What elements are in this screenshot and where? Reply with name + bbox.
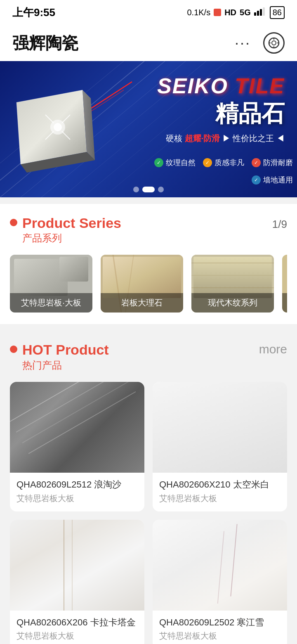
hot-product-title-cn: 热门产品: [22, 359, 109, 372]
feature-1: ✓ 纹理自然: [154, 158, 196, 168]
feature-3: ✓ 防滑耐磨: [252, 158, 293, 168]
banner-dots: [133, 187, 164, 192]
series-item-3[interactable]: 现代木纹系列: [191, 255, 274, 313]
svg-rect-2: [260, 9, 262, 16]
banner: SEIKO TILE 精品石 硬核 超耀·防滑 ▶ 性价比之王 ◀ ✓ 纹理自然…: [0, 61, 297, 197]
banner-title-en: SEIKO TILE: [157, 73, 285, 98]
product-series-4: 艾特思岩板大板: [159, 630, 280, 642]
hot-product-title-en: HOT Product: [22, 342, 109, 358]
product-image-3: [10, 520, 144, 611]
svg-rect-0: [254, 12, 256, 16]
hd-icon: HD: [224, 8, 236, 17]
banner-dot-1[interactable]: [133, 187, 139, 192]
product-card-4[interactable]: QHA802609L2502 寒江雪 艾特思岩板大板: [153, 520, 287, 644]
product-series-title-en: Product Series: [22, 215, 121, 231]
product-info-4: QHA802609L2502 寒江雪 艾特思岩板大板: [153, 611, 287, 644]
product-code-4: QHA802609L2502 寒江雪: [159, 616, 280, 629]
banner-dot-2[interactable]: [142, 187, 155, 192]
product-series-scroll[interactable]: 艾特思岩板·大板 岩板大理石: [10, 255, 287, 313]
product-image-1: [10, 382, 144, 473]
battery-icon: 86: [270, 6, 285, 19]
nav-actions: ···: [235, 32, 285, 54]
svg-rect-1: [257, 11, 259, 16]
hot-bullet-dot: [10, 346, 17, 353]
5g-icon: 5G: [240, 8, 251, 17]
series-label-2: 岩板大理石: [101, 293, 183, 313]
product-series-2: 艾特思岩板大板: [159, 493, 280, 504]
series-item-2[interactable]: 岩板大理石: [101, 255, 183, 313]
hot-product-section: HOT Product 热门产品 more QHA802609L2512 浪淘沙…: [0, 331, 297, 644]
product-code-3: QHA802606X206 卡拉卡塔金: [16, 616, 138, 629]
series-item-1[interactable]: 艾特思岩板·大板: [10, 255, 92, 313]
product-series-title-cn: 产品系列: [22, 232, 121, 245]
svg-point-24: [54, 123, 62, 131]
series-item-4[interactable]: 更多系列: [282, 255, 287, 313]
signal-icon: [254, 7, 266, 18]
product-series-title-block: Product Series 产品系列: [10, 215, 121, 245]
product-info-1: QHA802609L2512 浪淘沙 艾特思岩板大板: [10, 473, 144, 511]
product-grid: QHA802609L2512 浪淘沙 艾特思岩板大板 QHA802606X210…: [10, 382, 287, 644]
status-icons: 0.1K/s HD 5G 86: [187, 6, 285, 19]
banner-features: ✓ 纹理自然 ✓ 质感非凡 ✓ 防滑耐磨 ✓ 墙地通用: [111, 158, 293, 185]
product-code-2: QHA802606X210 太空米白: [159, 478, 280, 491]
series-pagination: 1/9: [272, 218, 287, 231]
app-title: 强辉陶瓷: [12, 32, 78, 54]
scan-button[interactable]: [263, 32, 285, 54]
series-label-4: 更多系列: [282, 293, 287, 313]
status-time: 上午9:55: [12, 5, 55, 20]
network-speed: 0.1K/s: [187, 8, 210, 17]
banner-subtitle: 硬核 超耀·防滑 ▶ 性价比之王 ◀: [157, 133, 285, 144]
hot-product-header: HOT Product 热门产品 more: [10, 342, 287, 372]
top-nav: 强辉陶瓷 ···: [0, 25, 297, 61]
status-badge: [214, 9, 221, 16]
feature-2: ✓ 质感非凡: [203, 158, 244, 168]
product-series-3: 艾特思岩板大板: [16, 630, 138, 642]
svg-rect-31: [59, 257, 88, 282]
hot-product-title-block: HOT Product 热门产品: [10, 342, 109, 372]
product-image-4: [153, 520, 287, 611]
product-card-3[interactable]: QHA802606X206 卡拉卡塔金 艾特思岩板大板: [10, 520, 144, 644]
banner-dot-3[interactable]: [158, 187, 164, 192]
banner-tile-image: [4, 69, 95, 174]
feature-4: ✓ 墙地通用: [252, 175, 293, 185]
svg-rect-3: [263, 7, 265, 16]
product-image-2: [153, 382, 287, 473]
tile-svg: [4, 69, 95, 173]
hot-product-more[interactable]: more: [259, 342, 287, 356]
svg-point-5: [272, 41, 276, 45]
product-code-1: QHA802609L2512 浪淘沙: [16, 478, 138, 491]
product-series-header: Product Series 产品系列 1/9: [10, 215, 287, 245]
banner-text-block: SEIKO TILE 精品石 硬核 超耀·防滑 ▶ 性价比之王 ◀: [157, 73, 285, 144]
series-label-3: 现代木纹系列: [191, 293, 274, 313]
product-card-1[interactable]: QHA802609L2512 浪淘沙 艾特思岩板大板: [10, 382, 144, 511]
product-info-2: QHA802606X210 太空米白 艾特思岩板大板: [153, 473, 287, 511]
more-options-button[interactable]: ···: [235, 34, 251, 52]
bullet-dot: [10, 219, 17, 226]
banner-title-cn: 精品石: [157, 98, 285, 130]
product-card-2[interactable]: QHA802606X210 太空米白 艾特思岩板大板: [153, 382, 287, 511]
product-series-section: Product Series 产品系列 1/9: [0, 204, 297, 324]
status-bar: 上午9:55 0.1K/s HD 5G 86: [0, 0, 297, 25]
series-label-1: 艾特思岩板·大板: [10, 293, 92, 313]
product-series-1: 艾特思岩板大板: [16, 493, 138, 504]
product-info-3: QHA802606X206 卡拉卡塔金 艾特思岩板大板: [10, 611, 144, 644]
